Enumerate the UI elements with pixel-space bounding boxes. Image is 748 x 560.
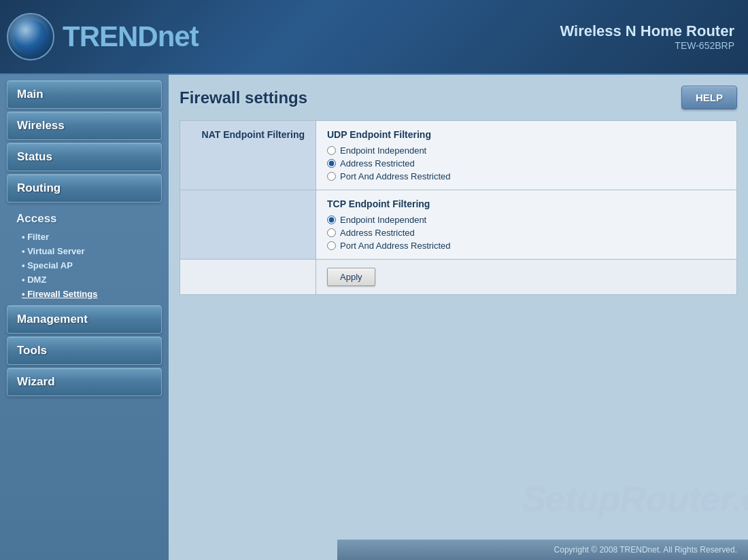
tcp-radio-group: Endpoint Independent Address Restricted … bbox=[327, 215, 726, 251]
sidebar-item-management[interactable]: Management bbox=[7, 305, 162, 334]
tcp-address-restricted-label: Address Restricted bbox=[340, 228, 415, 238]
sidebar-item-status[interactable]: Status bbox=[7, 143, 162, 171]
sidebar: Main Wireless Status Routing Access Filt… bbox=[0, 75, 169, 560]
tcp-endpoint-independent-option[interactable]: Endpoint Independent bbox=[327, 215, 726, 225]
tcp-port-address-restricted-option[interactable]: Port And Address Restricted bbox=[327, 241, 726, 251]
apply-label-cell bbox=[180, 260, 316, 295]
content-area: Firewall settings HELP NAT Endpoint Filt… bbox=[169, 75, 748, 560]
footer: Copyright © 2008 TRENDnet. All Rights Re… bbox=[337, 540, 748, 560]
udp-endpoint-independent-radio[interactable] bbox=[327, 146, 336, 155]
udp-endpoint-independent-option[interactable]: Endpoint Independent bbox=[327, 145, 726, 156]
tcp-title: TCP Endpoint Filtering bbox=[327, 198, 726, 209]
access-items: Filter Virtual Server Special AP DMZ Fir… bbox=[7, 228, 162, 302]
logo-prefix: TREND bbox=[63, 20, 158, 52]
settings-table: NAT Endpoint Filtering UDP Endpoint Filt… bbox=[180, 120, 737, 295]
sidebar-item-routing[interactable]: Routing bbox=[7, 174, 162, 203]
footer-copyright: Copyright © 2008 TRENDnet. All Rights Re… bbox=[554, 545, 737, 555]
udp-radio-group: Endpoint Independent Address Restricted … bbox=[327, 145, 726, 181]
tcp-endpoint-independent-label: Endpoint Independent bbox=[340, 215, 426, 225]
content-header: Firewall settings HELP bbox=[180, 86, 737, 109]
tcp-port-address-restricted-label: Port And Address Restricted bbox=[340, 241, 451, 251]
udp-title: UDP Endpoint Filtering bbox=[327, 129, 726, 140]
tcp-address-restricted-radio[interactable] bbox=[327, 228, 336, 237]
watermark: SetupRouter.c bbox=[522, 478, 749, 519]
udp-port-address-restricted-label: Port And Address Restricted bbox=[340, 171, 451, 181]
udp-address-restricted-option[interactable]: Address Restricted bbox=[327, 158, 726, 169]
udp-port-address-restricted-option[interactable]: Port And Address Restricted bbox=[327, 171, 726, 181]
sidebar-item-main[interactable]: Main bbox=[7, 80, 162, 109]
apply-row: Apply bbox=[180, 260, 737, 295]
sidebar-item-filter[interactable]: Filter bbox=[16, 230, 162, 244]
sidebar-item-virtual-server[interactable]: Virtual Server bbox=[16, 244, 162, 258]
nat-row: NAT Endpoint Filtering UDP Endpoint Filt… bbox=[180, 121, 737, 190]
logo-suffix: net bbox=[158, 20, 199, 52]
header: TRENDnet Wireless N Home Router TEW-652B… bbox=[0, 0, 748, 75]
sidebar-item-dmz[interactable]: DMZ bbox=[16, 273, 162, 287]
udp-port-address-restricted-radio[interactable] bbox=[327, 172, 336, 181]
logo-area: TRENDnet bbox=[7, 13, 199, 60]
sidebar-item-tools[interactable]: Tools bbox=[7, 336, 162, 365]
nat-content: UDP Endpoint Filtering Endpoint Independ… bbox=[316, 121, 737, 190]
udp-address-restricted-radio[interactable] bbox=[327, 159, 336, 168]
router-info: Wireless N Home Router TEW-652BRP bbox=[560, 22, 734, 51]
udp-address-restricted-label: Address Restricted bbox=[340, 158, 415, 169]
logo-text: TRENDnet bbox=[63, 20, 199, 53]
access-header: Access bbox=[7, 208, 162, 228]
access-section: Access Filter Virtual Server Special AP … bbox=[7, 208, 162, 302]
sidebar-item-wizard[interactable]: Wizard bbox=[7, 368, 162, 396]
tcp-row: TCP Endpoint Filtering Endpoint Independ… bbox=[180, 190, 737, 260]
page-title: Firewall settings bbox=[180, 88, 307, 107]
tcp-endpoint-independent-radio[interactable] bbox=[327, 215, 336, 224]
apply-button[interactable]: Apply bbox=[327, 268, 375, 286]
tcp-address-restricted-option[interactable]: Address Restricted bbox=[327, 228, 726, 238]
logo-icon bbox=[7, 13, 54, 60]
tcp-port-address-restricted-radio[interactable] bbox=[327, 241, 336, 250]
sidebar-item-wireless[interactable]: Wireless bbox=[7, 111, 162, 140]
help-button[interactable]: HELP bbox=[681, 86, 737, 109]
tcp-content: TCP Endpoint Filtering Endpoint Independ… bbox=[316, 190, 737, 260]
router-model: TEW-652BRP bbox=[560, 40, 734, 51]
sidebar-item-special-ap[interactable]: Special AP bbox=[16, 258, 162, 273]
nat-label: NAT Endpoint Filtering bbox=[180, 121, 316, 190]
tcp-label-cell bbox=[180, 190, 316, 260]
router-title: Wireless N Home Router bbox=[560, 22, 734, 40]
sidebar-item-firewall-settings[interactable]: Firewall Settings bbox=[16, 287, 162, 301]
apply-content: Apply bbox=[316, 260, 737, 295]
udp-endpoint-independent-label: Endpoint Independent bbox=[340, 145, 426, 156]
main-layout: Main Wireless Status Routing Access Filt… bbox=[0, 75, 748, 560]
